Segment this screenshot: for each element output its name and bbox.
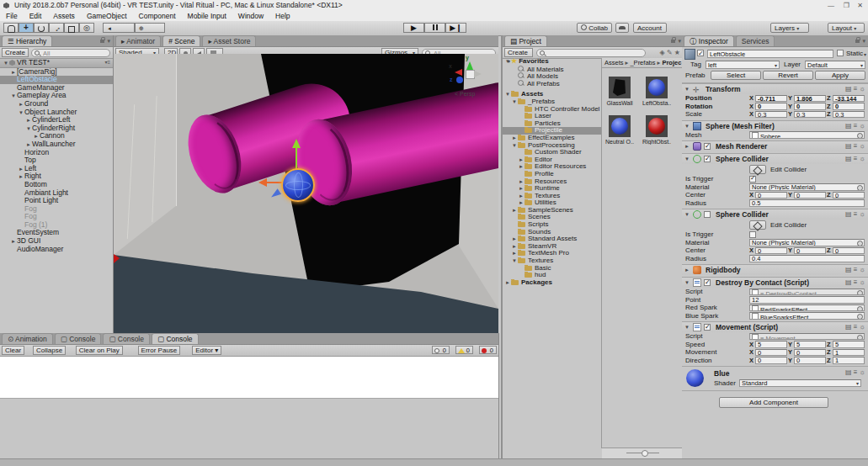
- enable-checkbox[interactable]: [704, 156, 711, 162]
- hierarchy-item--camerarig-[interactable]: ►[CameraRig]: [0, 68, 113, 77]
- hierarchy-item-cylinderleft[interactable]: ►CylinderLeft: [0, 116, 113, 124]
- scene-viewport[interactable]: y x z < Persp: [114, 54, 498, 333]
- edit-collider-button[interactable]: [749, 165, 766, 174]
- foldout-arrow[interactable]: ►: [518, 163, 525, 171]
- breadcrumb-item[interactable]: Projec: [662, 59, 681, 66]
- menu-component[interactable]: Component: [133, 12, 182, 20]
- foldout-arrow[interactable]: ▼: [511, 98, 518, 106]
- foldout-arrow[interactable]: ►: [684, 265, 690, 275]
- foldout-arrow[interactable]: ►: [33, 133, 40, 140]
- hierarchy-item-cannon[interactable]: ►Cannon: [0, 132, 113, 140]
- component-menu-icons[interactable]: ▤ ≡ ☼: [845, 84, 865, 94]
- project-folder-textures[interactable]: ►Textures: [503, 193, 601, 200]
- foldout-arrow[interactable]: ►: [25, 141, 32, 149]
- panel-lock-icon[interactable]: ▾: [100, 38, 110, 45]
- tab-console-3[interactable]: ▢ Console: [152, 333, 199, 344]
- foldout-arrow[interactable]: ►: [511, 135, 518, 142]
- foldout-arrow[interactable]: ►: [518, 199, 525, 207]
- material-menu-icons[interactable]: ▤ ≡ ☼: [845, 368, 865, 376]
- value-field[interactable]: 0: [794, 247, 826, 255]
- foldout-arrow[interactable]: ►: [504, 279, 511, 287]
- maximize-button[interactable]: ❐: [844, 0, 849, 11]
- project-folder-scripts[interactable]: Scripts: [503, 221, 601, 229]
- value-field[interactable]: 1.806: [794, 95, 826, 103]
- foldout-arrow[interactable]: ►: [18, 173, 24, 181]
- edit-collider-button[interactable]: [749, 220, 766, 230]
- object-field[interactable]: BlueSparksEffect: [749, 312, 865, 320]
- error-count-badge[interactable]: 0: [479, 346, 497, 354]
- value-field[interactable]: 5: [794, 341, 826, 348]
- hierarchy-item-fog[interactable]: Fog: [0, 213, 113, 221]
- persp-label[interactable]: < Persp: [455, 91, 475, 97]
- foldout-arrow[interactable]: ►: [511, 207, 518, 214]
- project-folder-projectile[interactable]: Projectile: [503, 127, 601, 135]
- foldout-arrow[interactable]: ►: [10, 69, 17, 77]
- value-field[interactable]: 1: [833, 349, 865, 357]
- axis-gray-cone[interactable]: [474, 71, 482, 77]
- console-clear-on-play-button[interactable]: Clear on Play: [76, 346, 123, 355]
- tag-dropdown[interactable]: left: [706, 61, 780, 69]
- component-menu-icons[interactable]: ▤ ≡ ☼: [845, 278, 865, 288]
- rect-tool[interactable]: [64, 23, 79, 33]
- foldout-arrow[interactable]: ▼: [684, 84, 690, 94]
- foldout-arrow[interactable]: ▼: [504, 58, 511, 66]
- hierarchy-item-bottom[interactable]: Bottom: [0, 181, 113, 189]
- value-field[interactable]: 0.4: [749, 255, 865, 262]
- value-field[interactable]: 0: [755, 103, 787, 110]
- project-create-button[interactable]: Create ▾: [504, 48, 533, 57]
- component-header-mesh-renderer[interactable]: ►Mesh Renderer▤ ≡ ☼: [682, 140, 868, 151]
- zoom-slider-handle[interactable]: [642, 450, 648, 457]
- component-menu-icons[interactable]: ▤ ≡ ☼: [845, 141, 865, 151]
- info-count-badge[interactable]: 0: [432, 346, 450, 354]
- foldout-arrow[interactable]: ▼: [684, 278, 690, 288]
- project-folder--prefabs[interactable]: ▼_Prefabs: [503, 98, 601, 106]
- value-field[interactable]: 0: [755, 192, 787, 199]
- tab-animator[interactable]: ▸ Animator: [115, 35, 161, 46]
- object-field[interactable]: Sphere: [749, 131, 865, 139]
- selected-sphere[interactable]: [281, 168, 315, 202]
- foldout-arrow[interactable]: ►: [511, 236, 518, 243]
- console-collapse-button[interactable]: Collapse: [33, 346, 66, 355]
- cloud-button[interactable]: [615, 23, 629, 33]
- object-field[interactable]: RedSparksEffect: [749, 304, 865, 312]
- step-button[interactable]: ▶❙: [445, 23, 466, 33]
- menu-help[interactable]: Help: [269, 12, 296, 20]
- hierarchy-item-audiomanager[interactable]: AudioManager: [0, 246, 113, 254]
- transform-tool[interactable]: ◎: [79, 23, 94, 33]
- enable-checkbox[interactable]: [704, 324, 711, 331]
- object-picker-icon[interactable]: [857, 335, 863, 341]
- tab-console-1[interactable]: ▢ Console: [55, 333, 102, 344]
- value-field[interactable]: 0: [833, 247, 865, 255]
- add-component-button[interactable]: Add Component: [719, 397, 828, 408]
- play-button[interactable]: ▶: [403, 23, 424, 33]
- component-menu-icons[interactable]: ▤ ≡ ☼: [845, 154, 865, 164]
- foldout-arrow[interactable]: ►: [25, 117, 32, 124]
- hierarchy-item-top[interactable]: Top: [0, 156, 113, 165]
- component-menu-icons[interactable]: ▤ ≡ ☼: [845, 322, 865, 332]
- project-folder-sounds[interactable]: Sounds: [503, 229, 601, 236]
- minimize-button[interactable]: —: [828, 0, 834, 11]
- console-log-list[interactable]: [0, 357, 498, 399]
- value-field[interactable]: 0: [755, 357, 787, 364]
- tab-animation-0[interactable]: ⊙ Animation: [2, 333, 53, 344]
- value-field[interactable]: 0: [755, 349, 787, 357]
- foldout-arrow[interactable]: ▼: [10, 93, 17, 100]
- project-folder-custom-shader[interactable]: Custom Shader: [503, 149, 601, 156]
- hierarchy-item-ground[interactable]: ►Ground: [0, 100, 113, 109]
- foldout-arrow[interactable]: ▼: [511, 257, 518, 265]
- account-dropdown[interactable]: Account ▾: [633, 23, 667, 33]
- axis-z-ball[interactable]: [456, 77, 463, 83]
- value-field[interactable]: 0.5: [749, 199, 865, 207]
- component-menu-icons[interactable]: ▤ ≡ ☼: [845, 209, 865, 220]
- foldout-arrow[interactable]: ►: [684, 141, 690, 151]
- object-picker-icon[interactable]: [857, 306, 863, 312]
- tab-console-2[interactable]: ▢ Console: [103, 333, 150, 344]
- value-field[interactable]: 5: [833, 341, 865, 348]
- foldout-arrow[interactable]: ▼: [684, 121, 690, 131]
- hierarchy-item-horizon[interactable]: Horizon: [0, 149, 113, 157]
- project-folder-all-models[interactable]: All Models: [503, 72, 601, 80]
- hierarchy-item-vr-test-[interactable]: ▼VR TEST*▾≡: [0, 59, 113, 68]
- foldout-arrow[interactable]: ►: [518, 193, 525, 200]
- project-folder-basic[interactable]: Basic: [503, 265, 601, 273]
- hierarchy-item-fog-1-[interactable]: Fog (1): [0, 221, 113, 230]
